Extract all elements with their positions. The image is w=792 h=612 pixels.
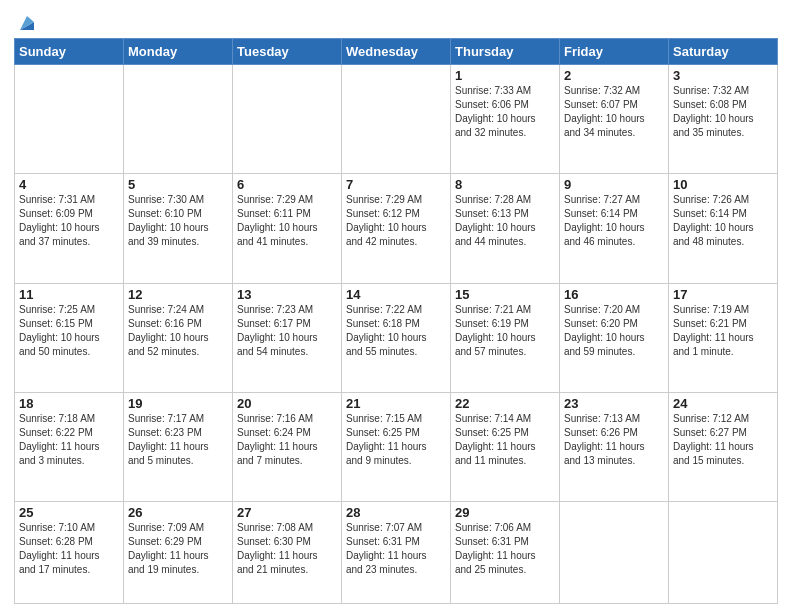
- day-info: Sunrise: 7:16 AM Sunset: 6:24 PM Dayligh…: [237, 412, 337, 468]
- table-row: 22Sunrise: 7:14 AM Sunset: 6:25 PM Dayli…: [451, 392, 560, 501]
- day-number: 17: [673, 287, 773, 302]
- table-row: 3Sunrise: 7:32 AM Sunset: 6:08 PM Daylig…: [669, 65, 778, 174]
- table-row: 25Sunrise: 7:10 AM Sunset: 6:28 PM Dayli…: [15, 502, 124, 604]
- table-row: 15Sunrise: 7:21 AM Sunset: 6:19 PM Dayli…: [451, 283, 560, 392]
- table-row: 28Sunrise: 7:07 AM Sunset: 6:31 PM Dayli…: [342, 502, 451, 604]
- day-number: 23: [564, 396, 664, 411]
- day-info: Sunrise: 7:31 AM Sunset: 6:09 PM Dayligh…: [19, 193, 119, 249]
- table-row: 1Sunrise: 7:33 AM Sunset: 6:06 PM Daylig…: [451, 65, 560, 174]
- day-number: 16: [564, 287, 664, 302]
- day-info: Sunrise: 7:13 AM Sunset: 6:26 PM Dayligh…: [564, 412, 664, 468]
- day-info: Sunrise: 7:14 AM Sunset: 6:25 PM Dayligh…: [455, 412, 555, 468]
- day-number: 20: [237, 396, 337, 411]
- table-row: 16Sunrise: 7:20 AM Sunset: 6:20 PM Dayli…: [560, 283, 669, 392]
- day-number: 26: [128, 505, 228, 520]
- day-info: Sunrise: 7:29 AM Sunset: 6:12 PM Dayligh…: [346, 193, 446, 249]
- table-row: 5Sunrise: 7:30 AM Sunset: 6:10 PM Daylig…: [124, 174, 233, 283]
- day-number: 25: [19, 505, 119, 520]
- day-number: 28: [346, 505, 446, 520]
- table-row: 19Sunrise: 7:17 AM Sunset: 6:23 PM Dayli…: [124, 392, 233, 501]
- day-number: 9: [564, 177, 664, 192]
- day-number: 24: [673, 396, 773, 411]
- page: SundayMondayTuesdayWednesdayThursdayFrid…: [0, 0, 792, 612]
- table-row: 18Sunrise: 7:18 AM Sunset: 6:22 PM Dayli…: [15, 392, 124, 501]
- col-header-friday: Friday: [560, 39, 669, 65]
- day-info: Sunrise: 7:29 AM Sunset: 6:11 PM Dayligh…: [237, 193, 337, 249]
- day-info: Sunrise: 7:08 AM Sunset: 6:30 PM Dayligh…: [237, 521, 337, 577]
- table-row: 23Sunrise: 7:13 AM Sunset: 6:26 PM Dayli…: [560, 392, 669, 501]
- col-header-saturday: Saturday: [669, 39, 778, 65]
- day-number: 7: [346, 177, 446, 192]
- day-info: Sunrise: 7:27 AM Sunset: 6:14 PM Dayligh…: [564, 193, 664, 249]
- table-row: 14Sunrise: 7:22 AM Sunset: 6:18 PM Dayli…: [342, 283, 451, 392]
- col-header-tuesday: Tuesday: [233, 39, 342, 65]
- logo: [14, 14, 38, 34]
- day-number: 5: [128, 177, 228, 192]
- day-number: 29: [455, 505, 555, 520]
- day-number: 19: [128, 396, 228, 411]
- table-row: 6Sunrise: 7:29 AM Sunset: 6:11 PM Daylig…: [233, 174, 342, 283]
- col-header-monday: Monday: [124, 39, 233, 65]
- day-number: 18: [19, 396, 119, 411]
- day-info: Sunrise: 7:20 AM Sunset: 6:20 PM Dayligh…: [564, 303, 664, 359]
- day-number: 11: [19, 287, 119, 302]
- col-header-thursday: Thursday: [451, 39, 560, 65]
- day-info: Sunrise: 7:25 AM Sunset: 6:15 PM Dayligh…: [19, 303, 119, 359]
- header: [14, 10, 778, 34]
- table-row: 17Sunrise: 7:19 AM Sunset: 6:21 PM Dayli…: [669, 283, 778, 392]
- day-number: 13: [237, 287, 337, 302]
- table-row: 7Sunrise: 7:29 AM Sunset: 6:12 PM Daylig…: [342, 174, 451, 283]
- day-info: Sunrise: 7:12 AM Sunset: 6:27 PM Dayligh…: [673, 412, 773, 468]
- table-row: 26Sunrise: 7:09 AM Sunset: 6:29 PM Dayli…: [124, 502, 233, 604]
- table-row: [342, 65, 451, 174]
- day-info: Sunrise: 7:21 AM Sunset: 6:19 PM Dayligh…: [455, 303, 555, 359]
- day-number: 8: [455, 177, 555, 192]
- day-info: Sunrise: 7:07 AM Sunset: 6:31 PM Dayligh…: [346, 521, 446, 577]
- day-info: Sunrise: 7:30 AM Sunset: 6:10 PM Dayligh…: [128, 193, 228, 249]
- day-info: Sunrise: 7:06 AM Sunset: 6:31 PM Dayligh…: [455, 521, 555, 577]
- col-header-wednesday: Wednesday: [342, 39, 451, 65]
- table-row: [669, 502, 778, 604]
- day-number: 10: [673, 177, 773, 192]
- table-row: 9Sunrise: 7:27 AM Sunset: 6:14 PM Daylig…: [560, 174, 669, 283]
- day-info: Sunrise: 7:33 AM Sunset: 6:06 PM Dayligh…: [455, 84, 555, 140]
- day-number: 22: [455, 396, 555, 411]
- day-number: 12: [128, 287, 228, 302]
- day-info: Sunrise: 7:28 AM Sunset: 6:13 PM Dayligh…: [455, 193, 555, 249]
- table-row: 29Sunrise: 7:06 AM Sunset: 6:31 PM Dayli…: [451, 502, 560, 604]
- day-info: Sunrise: 7:24 AM Sunset: 6:16 PM Dayligh…: [128, 303, 228, 359]
- day-info: Sunrise: 7:26 AM Sunset: 6:14 PM Dayligh…: [673, 193, 773, 249]
- logo-icon: [16, 12, 38, 34]
- day-number: 3: [673, 68, 773, 83]
- day-number: 27: [237, 505, 337, 520]
- table-row: 11Sunrise: 7:25 AM Sunset: 6:15 PM Dayli…: [15, 283, 124, 392]
- day-number: 21: [346, 396, 446, 411]
- table-row: 21Sunrise: 7:15 AM Sunset: 6:25 PM Dayli…: [342, 392, 451, 501]
- day-info: Sunrise: 7:18 AM Sunset: 6:22 PM Dayligh…: [19, 412, 119, 468]
- table-row: 24Sunrise: 7:12 AM Sunset: 6:27 PM Dayli…: [669, 392, 778, 501]
- table-row: [15, 65, 124, 174]
- day-info: Sunrise: 7:23 AM Sunset: 6:17 PM Dayligh…: [237, 303, 337, 359]
- table-row: 13Sunrise: 7:23 AM Sunset: 6:17 PM Dayli…: [233, 283, 342, 392]
- table-row: [124, 65, 233, 174]
- day-info: Sunrise: 7:32 AM Sunset: 6:07 PM Dayligh…: [564, 84, 664, 140]
- table-row: 27Sunrise: 7:08 AM Sunset: 6:30 PM Dayli…: [233, 502, 342, 604]
- day-info: Sunrise: 7:19 AM Sunset: 6:21 PM Dayligh…: [673, 303, 773, 359]
- table-row: [233, 65, 342, 174]
- day-info: Sunrise: 7:09 AM Sunset: 6:29 PM Dayligh…: [128, 521, 228, 577]
- day-info: Sunrise: 7:22 AM Sunset: 6:18 PM Dayligh…: [346, 303, 446, 359]
- day-info: Sunrise: 7:17 AM Sunset: 6:23 PM Dayligh…: [128, 412, 228, 468]
- table-row: 12Sunrise: 7:24 AM Sunset: 6:16 PM Dayli…: [124, 283, 233, 392]
- table-row: 8Sunrise: 7:28 AM Sunset: 6:13 PM Daylig…: [451, 174, 560, 283]
- table-row: 4Sunrise: 7:31 AM Sunset: 6:09 PM Daylig…: [15, 174, 124, 283]
- table-row: 10Sunrise: 7:26 AM Sunset: 6:14 PM Dayli…: [669, 174, 778, 283]
- day-number: 2: [564, 68, 664, 83]
- day-number: 1: [455, 68, 555, 83]
- day-number: 15: [455, 287, 555, 302]
- day-info: Sunrise: 7:10 AM Sunset: 6:28 PM Dayligh…: [19, 521, 119, 577]
- day-info: Sunrise: 7:32 AM Sunset: 6:08 PM Dayligh…: [673, 84, 773, 140]
- table-row: [560, 502, 669, 604]
- day-number: 14: [346, 287, 446, 302]
- col-header-sunday: Sunday: [15, 39, 124, 65]
- table-row: 20Sunrise: 7:16 AM Sunset: 6:24 PM Dayli…: [233, 392, 342, 501]
